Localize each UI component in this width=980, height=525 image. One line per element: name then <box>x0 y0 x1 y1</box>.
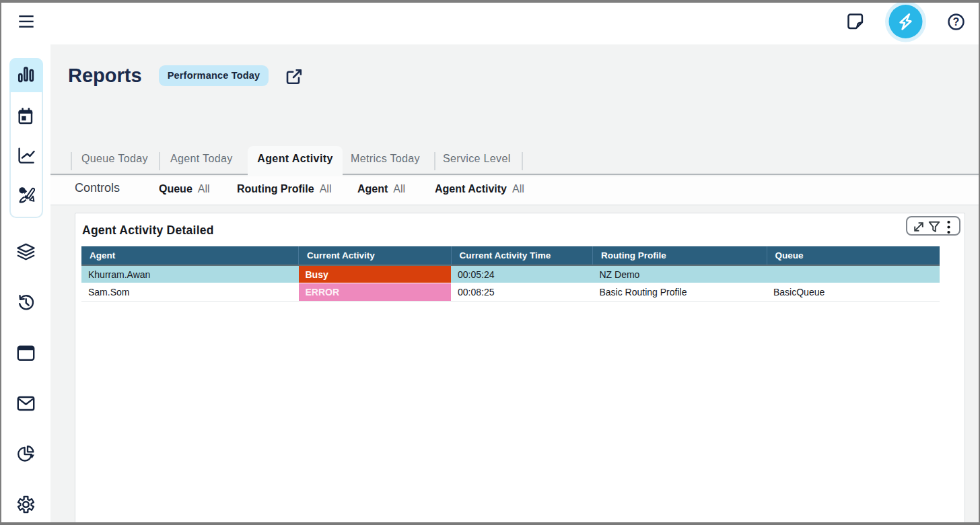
svg-text:?: ? <box>953 16 960 28</box>
